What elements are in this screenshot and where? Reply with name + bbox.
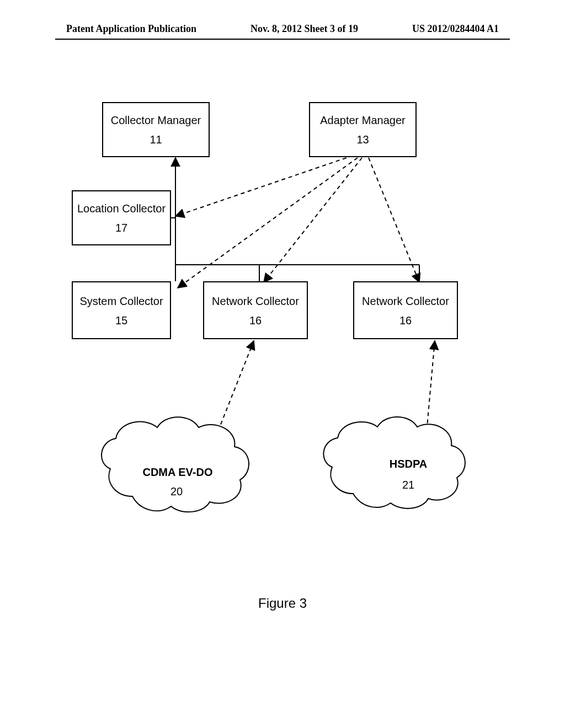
box-network-collector-a: Network Collector 16 bbox=[203, 281, 308, 339]
box-title: Network Collector bbox=[206, 295, 305, 307]
box-number: 15 bbox=[75, 315, 168, 326]
dashed-adapter-links bbox=[175, 156, 419, 288]
box-adapter-manager: Adapter Manager 13 bbox=[309, 102, 417, 157]
page: Patent Application Publication Nov. 8, 2… bbox=[0, 0, 565, 728]
svg-line-7 bbox=[175, 156, 353, 216]
cloud-number-cdma: 20 bbox=[160, 485, 193, 498]
figure-caption: Figure 3 bbox=[0, 596, 565, 611]
box-number: 16 bbox=[356, 315, 455, 326]
cloud-label-cdma: CDMA EV-DO bbox=[128, 466, 227, 479]
box-number: 11 bbox=[105, 134, 206, 145]
box-title: Location Collector bbox=[75, 202, 168, 215]
box-system-collector: System Collector 15 bbox=[72, 281, 171, 339]
box-title: Network Collector bbox=[356, 295, 455, 307]
svg-line-10 bbox=[369, 158, 419, 282]
cloud-label-hsdpa: HSDPA bbox=[359, 458, 458, 470]
cloud-number-hsdpa: 21 bbox=[392, 479, 425, 491]
svg-line-8 bbox=[178, 158, 358, 288]
box-number: 16 bbox=[206, 315, 305, 326]
diagram-svg bbox=[0, 0, 565, 728]
box-location-collector: Location Collector 17 bbox=[72, 190, 171, 245]
box-number: 17 bbox=[75, 222, 168, 233]
box-network-collector-b: Network Collector 16 bbox=[353, 281, 458, 339]
svg-line-9 bbox=[264, 158, 362, 282]
solid-connectors bbox=[166, 158, 419, 281]
box-title: System Collector bbox=[75, 295, 168, 307]
box-number: 13 bbox=[312, 134, 413, 145]
box-title: Collector Manager bbox=[105, 114, 206, 126]
box-title: Adapter Manager bbox=[312, 114, 413, 126]
box-collector-manager: Collector Manager 11 bbox=[102, 102, 210, 157]
